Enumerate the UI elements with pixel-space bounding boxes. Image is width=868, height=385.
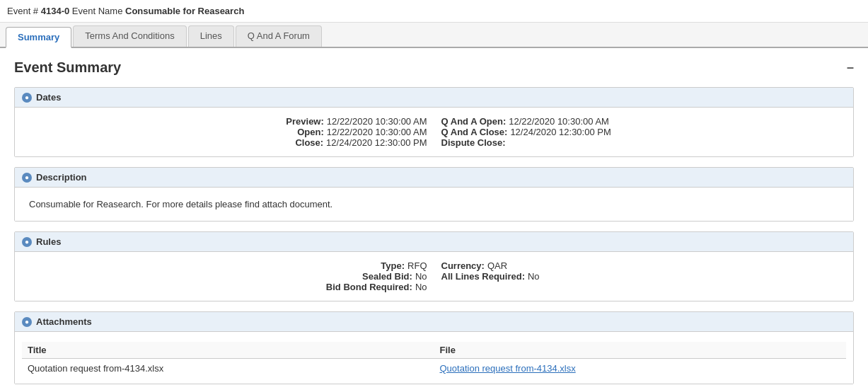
- description-section-icon: ●: [22, 173, 32, 183]
- date-row-qa-close: Q And A Close: 12/24/2020 12:30:00 PM: [441, 127, 840, 137]
- attachments-section: ● Attachments Title File Quotation reque…: [14, 311, 854, 384]
- main-content: Event Summary – ● Dates Preview: 12/22/2…: [0, 48, 868, 385]
- rule-row-all-lines: All Lines Required: No: [441, 271, 840, 282]
- rule-row-type: Type: RFQ: [29, 260, 427, 271]
- currency-label: Currency:: [441, 260, 485, 271]
- rules-section-title: Rules: [36, 236, 61, 247]
- bid-bond-value: No: [415, 282, 427, 292]
- dates-section-header: ● Dates: [15, 88, 853, 108]
- rule-row-currency: Currency: QAR: [441, 260, 840, 271]
- qa-close-label: Q And A Close:: [441, 127, 508, 137]
- attachments-section-header: ● Attachments: [15, 312, 853, 332]
- dates-section-body: Preview: 12/22/2020 10:30:00 AM Open: 12…: [15, 108, 853, 156]
- attachments-section-title: Attachments: [36, 316, 92, 327]
- rule-row-bid-bond: Bid Bond Required: No: [29, 282, 427, 292]
- dates-section: ● Dates Preview: 12/22/2020 10:30:00 AM …: [14, 87, 854, 157]
- description-section-header: ● Description: [15, 168, 853, 188]
- rule-row-sealed-bid: Sealed Bid: No: [29, 271, 427, 282]
- preview-label: Preview:: [286, 116, 323, 127]
- rules-section: ● Rules Type: RFQ Sealed Bid: No Bid Bon…: [14, 231, 854, 301]
- dates-left-col: Preview: 12/22/2020 10:30:00 AM Open: 12…: [29, 116, 427, 148]
- date-row-dispute-close: Dispute Close:: [441, 137, 840, 148]
- currency-value: QAR: [487, 260, 507, 271]
- qa-close-value: 12/24/2020 12:30:00 PM: [510, 127, 611, 137]
- qa-open-value: 12/22/2020 10:30:00 AM: [509, 116, 609, 127]
- col-title: Title: [22, 342, 434, 359]
- event-name: Consumable for Reasearch: [125, 6, 244, 16]
- bid-bond-label: Bid Bond Required:: [326, 282, 412, 292]
- open-value: 12/22/2020 10:30:00 AM: [327, 127, 427, 137]
- type-value: RFQ: [407, 260, 427, 271]
- rules-section-icon: ●: [22, 237, 32, 247]
- event-prefix: Event #: [7, 6, 38, 16]
- rules-grid: Type: RFQ Sealed Bid: No Bid Bond Requir…: [29, 260, 839, 292]
- table-row: Quotation request from-4134.xlsx Quotati…: [22, 359, 846, 379]
- description-text: Consumable for Reasearch. For more detai…: [29, 196, 839, 212]
- page-title-row: Event Summary –: [14, 59, 854, 76]
- dispute-close-label: Dispute Close:: [441, 137, 506, 148]
- date-row-qa-open: Q And A Open: 12/22/2020 10:30:00 AM: [441, 116, 840, 127]
- date-row-preview: Preview: 12/22/2020 10:30:00 AM: [29, 116, 427, 127]
- sealed-bid-value: No: [415, 271, 427, 282]
- attachment-title: Quotation request from-4134.xlsx: [22, 359, 434, 379]
- dates-section-icon: ●: [22, 93, 32, 103]
- col-file: File: [434, 342, 847, 359]
- date-row-close: Close: 12/24/2020 12:30:00 PM: [29, 137, 427, 148]
- date-row-open: Open: 12/22/2020 10:30:00 AM: [29, 127, 427, 137]
- dates-grid: Preview: 12/22/2020 10:30:00 AM Open: 12…: [29, 116, 839, 148]
- sealed-bid-label: Sealed Bid:: [362, 271, 412, 282]
- rules-left-col: Type: RFQ Sealed Bid: No Bid Bond Requir…: [29, 260, 427, 292]
- open-label: Open:: [297, 127, 324, 137]
- qa-open-label: Q And A Open:: [441, 116, 507, 127]
- close-value: 12/24/2020 12:30:00 PM: [326, 137, 427, 148]
- rules-section-header: ● Rules: [15, 232, 853, 252]
- attachments-table: Title File Quotation request from-4134.x…: [22, 342, 846, 378]
- description-section-body: Consumable for Reasearch. For more detai…: [15, 188, 853, 221]
- preview-value: 12/22/2020 10:30:00 AM: [327, 116, 427, 127]
- tab-terms[interactable]: Terms And Conditions: [73, 25, 186, 47]
- all-lines-value: No: [528, 271, 540, 282]
- attachment-file: Quotation request from-4134.xlsx: [434, 359, 847, 379]
- tab-bar: Summary Terms And Conditions Lines Q And…: [0, 23, 868, 48]
- dates-right-col: Q And A Open: 12/22/2020 10:30:00 AM Q A…: [441, 116, 840, 148]
- attachment-file-link[interactable]: Quotation request from-4134.xlsx: [440, 363, 576, 374]
- tab-qa[interactable]: Q And A Forum: [236, 25, 322, 47]
- page-title: Event Summary: [14, 59, 121, 76]
- attachments-section-body: Title File Quotation request from-4134.x…: [15, 332, 853, 384]
- rules-right-col: Currency: QAR All Lines Required: No: [441, 260, 840, 292]
- event-number: 4134-0: [41, 6, 69, 16]
- all-lines-label: All Lines Required:: [441, 271, 525, 282]
- close-label: Close:: [295, 137, 323, 148]
- description-section-title: Description: [36, 172, 87, 183]
- tab-lines[interactable]: Lines: [188, 25, 234, 47]
- rules-section-body: Type: RFQ Sealed Bid: No Bid Bond Requir…: [15, 252, 853, 301]
- type-label: Type:: [381, 260, 405, 271]
- collapse-button[interactable]: –: [847, 60, 854, 75]
- tab-summary[interactable]: Summary: [6, 27, 71, 48]
- attachments-section-icon: ●: [22, 317, 32, 327]
- attachments-table-header-row: Title File: [22, 342, 846, 359]
- event-header: Event # 4134-0 Event Name Consumable for…: [0, 0, 868, 23]
- description-section: ● Description Consumable for Reasearch. …: [14, 167, 854, 222]
- event-name-label-text: Event Name: [72, 6, 123, 16]
- dates-section-title: Dates: [36, 92, 61, 103]
